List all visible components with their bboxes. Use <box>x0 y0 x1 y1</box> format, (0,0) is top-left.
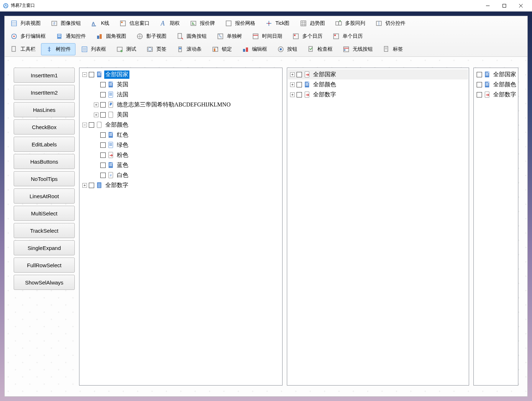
svg-rect-2 <box>503 4 506 7</box>
window-title: 博易7主窗口 <box>11 3 480 9</box>
maximize-button[interactable] <box>496 0 513 12</box>
close-button[interactable] <box>513 0 529 12</box>
minimize-button[interactable] <box>480 0 496 12</box>
titlebar: 博易7主窗口 <box>0 0 532 12</box>
app-icon <box>3 3 9 9</box>
